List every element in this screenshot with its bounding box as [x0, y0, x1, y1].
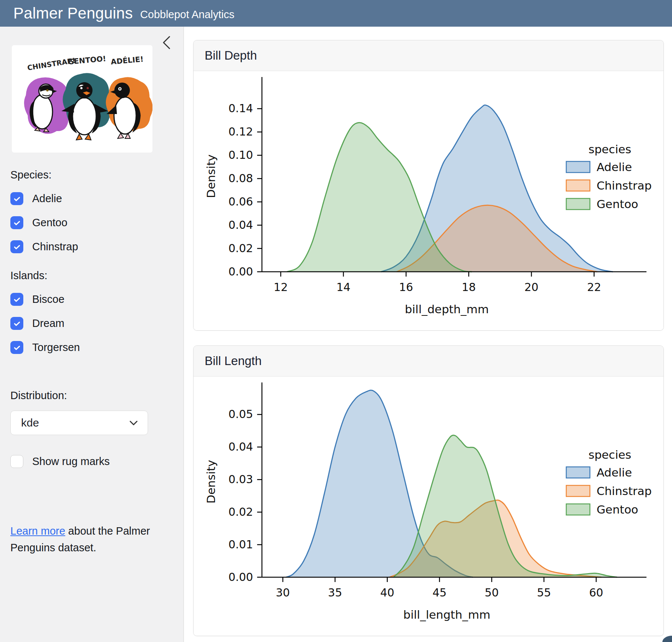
bill-depth-plot: 1214161820220.000.020.040.060.080.100.12…: [194, 71, 663, 330]
bill-depth-card: Bill Depth 1214161820220.000.020.040.060…: [193, 40, 664, 331]
checkbox-unchecked-icon: [10, 455, 23, 468]
svg-text:0.03: 0.03: [228, 473, 253, 486]
svg-text:Density: Density: [204, 460, 218, 504]
checkbox-label: Adelie: [32, 193, 62, 205]
svg-text:0.10: 0.10: [228, 148, 253, 161]
islands-section-label: Islands:: [10, 270, 173, 282]
distribution-select[interactable]: kde: [10, 411, 148, 435]
checkbox-label: Dream: [32, 317, 64, 330]
svg-text:0.00: 0.00: [228, 571, 253, 584]
svg-text:0.06: 0.06: [228, 195, 253, 208]
svg-text:Chinstrap: Chinstrap: [597, 179, 652, 192]
gentoo-penguin-illustration: GENTOO!: [61, 54, 112, 140]
checkbox-label: Gentoo: [32, 217, 67, 229]
svg-text:0.14: 0.14: [228, 102, 253, 115]
island-checkbox-torgersen[interactable]: Torgersen: [10, 341, 173, 354]
island-checkbox-biscoe[interactable]: Biscoe: [10, 293, 173, 306]
chevron-down-icon: [128, 418, 139, 429]
svg-text:60: 60: [589, 586, 603, 599]
checkbox-checked-icon: [10, 293, 23, 306]
svg-text:Density: Density: [204, 154, 218, 198]
main-content: Bill Depth 1214161820220.000.020.040.060…: [184, 27, 672, 642]
svg-text:30: 30: [276, 586, 290, 599]
distribution-section-label: Distribution:: [10, 389, 173, 402]
checkbox-checked-icon: [10, 240, 23, 253]
sidebar: CHINSTRAP! GENTOO!: [0, 27, 184, 642]
corner-accent: [662, 636, 672, 642]
show-rug-marks-checkbox[interactable]: Show rug marks: [10, 455, 173, 468]
svg-text:35: 35: [328, 586, 342, 599]
species-checkbox-adelie[interactable]: Adelie: [10, 192, 173, 205]
app-title: Palmer Penguins: [13, 4, 133, 22]
bill-length-plot: 303540455055600.000.010.020.030.040.05bi…: [194, 377, 663, 636]
svg-text:18: 18: [462, 281, 476, 294]
checkbox-checked-icon: [10, 341, 23, 354]
svg-text:22: 22: [587, 281, 601, 294]
svg-text:0.00: 0.00: [228, 265, 253, 278]
svg-text:Gentoo: Gentoo: [597, 197, 638, 211]
bill-length-card: Bill Length 303540455055600.000.010.020.…: [193, 345, 664, 636]
svg-text:45: 45: [433, 586, 447, 599]
svg-text:Adelie: Adelie: [597, 160, 632, 174]
distribution-selected-value: kde: [21, 417, 39, 429]
checkbox-label: Chinstrap: [32, 241, 78, 253]
species-checkbox-chinstrap[interactable]: Chinstrap: [10, 240, 173, 253]
svg-text:0.02: 0.02: [228, 242, 253, 255]
svg-text:0.05: 0.05: [228, 408, 253, 421]
svg-text:14: 14: [336, 281, 350, 294]
app-subtitle: Cobblepot Analytics: [140, 9, 235, 21]
app-header: Palmer Penguins Cobblepot Analytics: [0, 0, 672, 27]
sidebar-collapse-button[interactable]: [159, 35, 174, 51]
adelie-penguin-illustration: ADÉLIE!: [106, 54, 152, 138]
checkbox-label: Torgersen: [32, 341, 80, 354]
checkbox-checked-icon: [10, 216, 23, 229]
svg-text:0.02: 0.02: [228, 505, 253, 518]
svg-text:bill_depth_mm: bill_depth_mm: [405, 302, 489, 316]
checkbox-checked-icon: [10, 192, 23, 205]
svg-text:0.01: 0.01: [228, 538, 253, 551]
checkbox-checked-icon: [10, 317, 23, 330]
svg-text:GENTOO!: GENTOO!: [67, 54, 106, 66]
species-checkbox-gentoo[interactable]: Gentoo: [10, 216, 173, 229]
penguin-artwork-image: CHINSTRAP! GENTOO!: [12, 45, 152, 153]
svg-text:12: 12: [274, 281, 288, 294]
svg-text:bill_length_mm: bill_length_mm: [403, 608, 490, 621]
bill-length-card-title: Bill Length: [194, 346, 663, 377]
svg-text:Adelie: Adelie: [597, 466, 632, 479]
svg-text:16: 16: [399, 281, 413, 294]
checkbox-label: Biscoe: [32, 293, 64, 305]
svg-text:species: species: [588, 143, 631, 156]
svg-text:0.04: 0.04: [228, 218, 253, 231]
svg-text:ADÉLIE!: ADÉLIE!: [110, 54, 144, 66]
svg-text:40: 40: [380, 586, 394, 599]
bill-depth-card-title: Bill Depth: [194, 40, 663, 71]
svg-text:0.08: 0.08: [228, 172, 253, 185]
island-checkbox-dream[interactable]: Dream: [10, 317, 173, 330]
svg-text:55: 55: [537, 586, 551, 599]
svg-text:50: 50: [485, 586, 499, 599]
chevron-left-icon: [162, 46, 171, 51]
svg-text:species: species: [588, 448, 631, 461]
svg-text:Chinstrap: Chinstrap: [597, 484, 652, 498]
svg-text:0.04: 0.04: [228, 440, 253, 453]
checkbox-label: Show rug marks: [32, 455, 110, 468]
svg-text:20: 20: [524, 281, 538, 294]
svg-text:Gentoo: Gentoo: [597, 503, 638, 516]
learn-more-paragraph: Learn more about the Palmer Penguins dat…: [10, 523, 158, 556]
learn-more-link[interactable]: Learn more: [10, 525, 65, 537]
svg-text:0.12: 0.12: [228, 125, 253, 138]
species-section-label: Species:: [10, 169, 173, 181]
